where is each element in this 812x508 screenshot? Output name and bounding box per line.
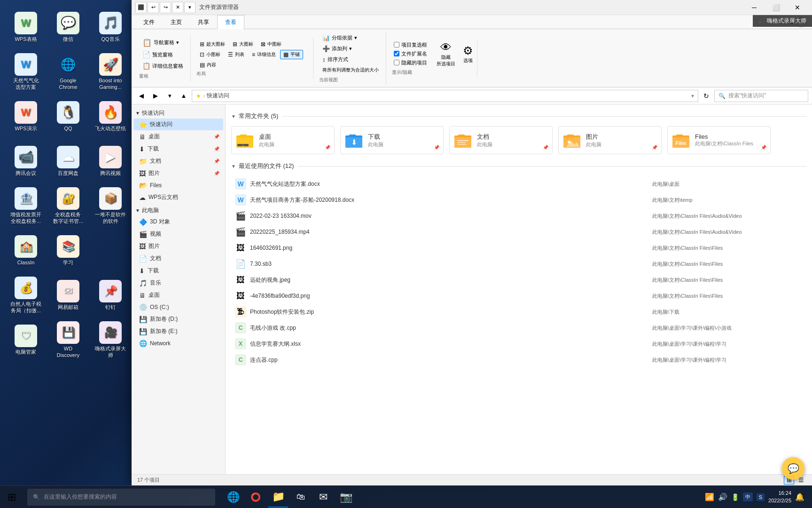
file-row[interactable]: 🎬 20220225_185934.mp4 此电脑\文档\ClassIn Fil… <box>231 224 806 240</box>
qab-undo-button[interactable]: ↩ <box>148 2 159 13</box>
taskbar-item-cortana[interactable]: ⭕ <box>245 487 266 508</box>
details-view-button[interactable]: ≡ 详细信息 <box>249 50 279 59</box>
recent-locations-button[interactable]: ▾ <box>164 90 176 102</box>
fit-columns-button[interactable]: 将所有列调整为合适的大小 <box>319 65 382 75</box>
nav-item-music[interactable]: 🎵 音乐 <box>133 277 223 289</box>
large-icons-button[interactable]: ⊞ 大图标 <box>229 40 257 49</box>
desktop-icon-wd[interactable]: 💾 WDDiscovery <box>47 318 89 362</box>
qab-redo-button[interactable]: ↪ <box>160 2 171 13</box>
ime-indicator[interactable]: 中 <box>743 492 753 501</box>
desktop-icon-baidu-disk[interactable]: ☁ 百度网盘 <box>47 139 89 183</box>
desktop-icon-dingding[interactable]: 📌 钉钉 <box>89 273 132 318</box>
small-icons-button[interactable]: ⊡ 小图标 <box>196 50 224 59</box>
nav-item-network[interactable]: 🌐 Network <box>133 338 223 349</box>
quick-access-header[interactable]: ▼ 快速访问 <box>132 106 225 118</box>
tab-file[interactable]: 文件 <box>135 15 163 29</box>
address-path[interactable]: ★ › 快速访问 ▾ <box>192 90 698 102</box>
taskbar-item-store[interactable]: 🛍 <box>290 487 311 508</box>
file-row[interactable]: C 连点器.cpp 此电脑\桌面\学习\课外\编程\学习 <box>231 352 806 368</box>
tab-home[interactable]: 主页 <box>163 15 190 29</box>
nav-item-downloads[interactable]: ⬇ 下载 📌 <box>133 143 223 155</box>
file-row[interactable]: 🗜 Photoshop软件安装包.zip 此电脑\下载 <box>231 304 806 320</box>
hidden-checkbox-label[interactable]: 隐藏的项目 <box>392 59 429 67</box>
taskbar-clock[interactable]: 16:24 2022/2/25 <box>768 490 791 504</box>
nav-item-videos[interactable]: 🎬 视频 <box>133 228 223 240</box>
tray-icon-battery[interactable]: 🔋 <box>731 493 739 501</box>
ext-checkbox-label[interactable]: 文件扩展名 <box>392 50 429 58</box>
desktop-icon-pc-manager[interactable]: 🛡 电脑管家 <box>5 318 47 362</box>
tab-view[interactable]: 查看 <box>217 15 244 29</box>
taskbar-item-explorer[interactable]: 📁 <box>268 487 289 508</box>
refresh-button[interactable]: ↻ <box>700 90 712 102</box>
qab-properties-button[interactable]: ⬛ <box>135 2 147 13</box>
tiles-view-button[interactable]: ▦ 平铺 <box>280 50 303 59</box>
file-row[interactable]: 🖼 远处的视角.jpeg 此电脑\文档\ClassIn Files\Files <box>231 272 806 288</box>
desktop-icon-misc[interactable]: 📦 一堆不是软件的软件 <box>89 183 132 228</box>
hide-selected-button[interactable]: 👁 隐藏 所选项目 <box>437 41 455 67</box>
desktop-icon-mail[interactable]: ✉ 网易邮箱 <box>47 273 89 318</box>
taskbar-item-edge[interactable]: 🌐 <box>223 487 243 508</box>
nav-item-documents[interactable]: 📁 文档 📌 <box>133 155 223 167</box>
file-row[interactable]: X 信息学竞赛大纲.xlsx 此电脑\桌面\学习\课外\编程\学习 <box>231 336 806 352</box>
desktop-icon-wechat[interactable]: 💬 微信 <box>47 5 89 49</box>
tray-icon-volume[interactable]: 🔊 <box>718 492 727 501</box>
hidden-items-checkbox[interactable] <box>394 60 399 65</box>
start-button[interactable]: ⊞ <box>0 486 23 508</box>
taskbar-search-box[interactable]: 🔍 在这里输入你想要搜索的内容 <box>27 489 215 506</box>
desktop-icon-boost-gaming[interactable]: 🚀 Boost intoGaming... <box>89 49 132 94</box>
file-row[interactable]: 🖼 1646032691.png 此电脑\文档\ClassIn Files\Fi… <box>231 240 806 256</box>
desktop-icon-wps-word[interactable]: W 天然气气化选型方案 <box>5 49 47 94</box>
taskbar-item-mail[interactable]: ✉ <box>313 487 334 508</box>
desktop-icon-tax1[interactable]: 🏦 增值税发票开全税盘税务... <box>5 183 47 228</box>
up-button[interactable]: ▲ <box>178 90 190 102</box>
input-indicator[interactable]: S <box>757 493 765 501</box>
extra-large-icons-button[interactable]: ⊞ 超大图标 <box>196 40 228 49</box>
desktop-icon-wps-show[interactable]: W WPS演示 <box>5 94 47 139</box>
desktop-icon-tax2[interactable]: 🔐 全税盘税务数字证书管... <box>47 183 89 228</box>
tab-share[interactable]: 共享 <box>190 15 217 29</box>
medium-icons-button[interactable]: ⊠ 中图标 <box>258 40 285 49</box>
desktop-icon-fly-wallpaper[interactable]: 🔥 飞火动态壁纸 <box>89 94 132 139</box>
item-checkbox-label[interactable]: 项目复选框 <box>392 41 429 49</box>
maximize-button[interactable]: ⬜ <box>765 0 787 15</box>
ribbon-detail-pane-button[interactable]: 📋 详细信息窗格 <box>139 61 187 71</box>
desktop-icon-tax-natural[interactable]: 💰 自然人电子税务局（扣缴... <box>5 273 47 318</box>
nav-item-3d-objects[interactable]: 🔷 3D 对象 <box>133 216 223 228</box>
list-view-button[interactable]: ☰ 列表 <box>225 50 248 59</box>
recent-files-arrow-icon[interactable]: ▼ <box>231 164 236 169</box>
file-row[interactable]: 📄 7.30.sb3 此电脑\文档\ClassIn Files\Files <box>231 256 806 272</box>
nav-item-desktop2[interactable]: 🖥 桌面 <box>133 289 223 301</box>
nav-item-drive-d[interactable]: 💾 新加卷 (D:) <box>133 313 223 325</box>
desktop-icon-qq[interactable]: 🐧 QQ <box>47 94 89 139</box>
address-dropdown-icon[interactable]: ▾ <box>691 93 694 99</box>
options-button[interactable]: ⚙ 选项 <box>463 44 473 64</box>
back-button[interactable]: ◀ <box>135 90 148 102</box>
nav-item-wps-cloud[interactable]: ☁ WPS云文档 <box>133 191 223 203</box>
ribbon-nav-pane-button[interactable]: 📋 导航窗格 ▾ <box>139 37 187 48</box>
nav-item-drive-e[interactable]: 💾 新加卷 (E:) <box>133 325 223 337</box>
file-row[interactable]: W 天然气气化站选型方案.docx 此电脑\桌面 <box>231 176 806 192</box>
sort-order-button[interactable]: ↕ 排序方式 <box>319 55 382 64</box>
file-row[interactable]: 🖼 -4e7836fba90edf3d.png 此电脑\文档\ClassIn F… <box>231 288 806 304</box>
this-pc-header[interactable]: ▼ 此电脑 <box>132 204 225 215</box>
desktop-icon-chrome[interactable]: 🌐 GoogleChrome <box>47 49 89 94</box>
qab-delete-button[interactable]: ✕ <box>172 2 183 13</box>
desktop-icon-tencent-meeting[interactable]: 📹 腾讯会议 <box>5 139 47 183</box>
extension-checkbox[interactable] <box>394 51 399 56</box>
close-button[interactable]: ✕ <box>787 0 808 15</box>
folder-item-desktop[interactable]: 桌面 此电脑 📌 <box>231 126 335 154</box>
notifications-icon[interactable]: 🔔 <box>795 492 804 501</box>
file-row[interactable]: 🎬 2022-02-23 163304.mov 此电脑\文档\ClassIn F… <box>231 208 806 224</box>
taskbar-item-camera[interactable]: 📷 <box>336 487 356 508</box>
file-row[interactable]: C 毛线小游戏 改.cpp 此电脑\桌面\学习\课外\编程\小游戏 <box>231 320 806 336</box>
search-box[interactable]: 🔍 搜索"快速访问" <box>714 90 808 102</box>
tray-icon-network[interactable]: 📶 <box>705 492 714 501</box>
nav-item-downloads2[interactable]: ⬇ 下载 <box>133 265 223 277</box>
folder-item-downloads[interactable]: ⬇ 下载 此电脑 📌 <box>340 126 444 154</box>
content-view-button[interactable]: ▤ 内容 <box>196 60 219 70</box>
nav-item-documents2[interactable]: 📄 文档 <box>133 253 223 264</box>
desktop-icon-study[interactable]: 📚 学习 <box>47 228 89 273</box>
desktop-icon-qq-music[interactable]: 🎵 QQ音乐 <box>89 5 132 49</box>
folder-item-pictures[interactable]: 图片 此电脑 📌 <box>558 126 662 154</box>
nav-item-pictures2[interactable]: 🖼 图片 <box>133 240 223 252</box>
